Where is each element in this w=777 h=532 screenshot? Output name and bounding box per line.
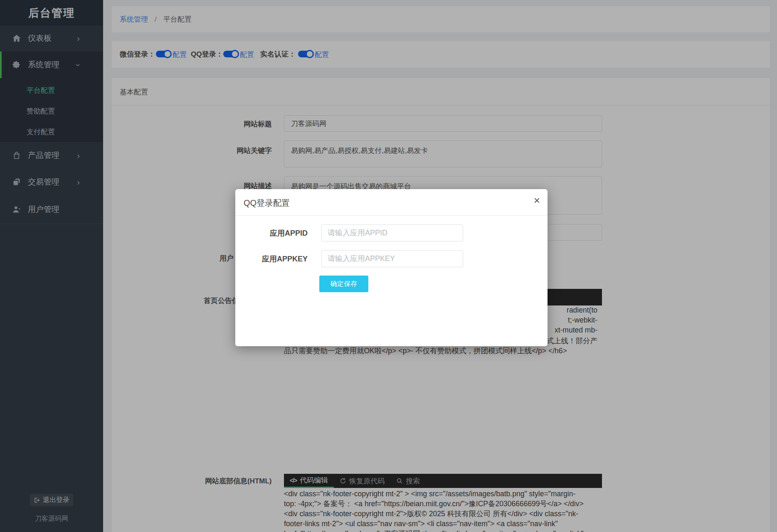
- appid-label: 应用APPID: [241, 228, 308, 238]
- modal-title: QQ登录配置: [244, 197, 290, 209]
- admin-screen: 后台管理 仪表板 › 系统管理 › 平台配置 赞助配置 支付配置: [0, 0, 777, 532]
- appkey-input[interactable]: [321, 250, 463, 267]
- qq-login-config-modal: QQ登录配置 × 应用APPID 应用APPKEY 确定保存: [235, 189, 548, 346]
- appid-input[interactable]: [321, 224, 463, 241]
- save-button[interactable]: 确定保存: [319, 276, 368, 292]
- appkey-label: 应用APPKEY: [241, 254, 308, 264]
- close-icon[interactable]: ×: [534, 195, 540, 206]
- modal-divider: [235, 215, 548, 216]
